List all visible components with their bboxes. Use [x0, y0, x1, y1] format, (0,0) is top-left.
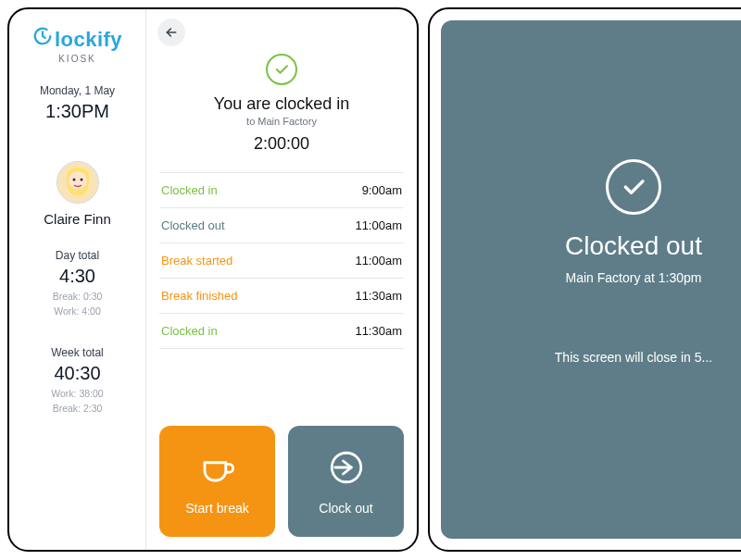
log-row: Clocked in9:00am [159, 173, 404, 208]
start-break-label: Start break [185, 501, 248, 516]
log-row-time: 11:00am [355, 254, 402, 268]
app-logo: lockify [32, 26, 122, 52]
clock-out-button[interactable]: Clock out [288, 426, 404, 537]
clock-icon [32, 26, 53, 46]
main-panel: You are clocked in to Main Factory 2:00:… [146, 9, 417, 550]
confirm-overlay: Clocked out Main Factory at 1:30pm This … [441, 20, 741, 539]
cup-icon [198, 448, 237, 490]
confirm-closing: This screen will close in 5... [555, 350, 712, 365]
app-subtitle: KIOSK [58, 54, 96, 64]
check-icon [606, 159, 661, 215]
log-row: Clocked in11:30am [159, 314, 404, 349]
day-total-value: 4:30 [17, 266, 138, 287]
week-total-break: Break: 2:30 [17, 403, 138, 414]
log-row-label: Break started [161, 254, 232, 268]
confirm-title: Clocked out [565, 231, 702, 261]
day-total-work: Work: 4:00 [17, 305, 138, 317]
current-time: 1:30PM [45, 101, 109, 122]
svg-point-3 [80, 179, 82, 181]
action-row: Start break Clock out [159, 426, 404, 537]
log-row-label: Break finished [161, 289, 237, 303]
day-total-break: Break: 0:30 [17, 291, 138, 302]
week-total-work: Work: 38:00 [17, 388, 138, 399]
log-row-time: 11:00am [355, 218, 402, 232]
confirm-sub: Main Factory at 1:30pm [565, 270, 701, 285]
log-row-label: Clocked in [161, 183, 218, 197]
week-total-label: Week total [17, 346, 138, 359]
log-row-time: 11:30am [355, 289, 402, 303]
user-name: Claire Finn [44, 211, 111, 227]
sidebar: lockify KIOSK Monday, 1 May 1:30PM Clair… [9, 9, 146, 550]
kiosk-main-card: lockify KIOSK Monday, 1 May 1:30PM Clair… [7, 7, 419, 552]
log-row-time: 9:00am [362, 183, 402, 197]
exit-icon [327, 448, 366, 490]
check-icon [266, 54, 297, 85]
app-name: lockify [55, 28, 122, 52]
log-row: Break finished11:30am [159, 279, 404, 314]
log-row-label: Clocked out [161, 218, 225, 232]
status-sub: to Main Factory [246, 116, 317, 127]
kiosk-confirm-card: Clocked out Main Factory at 1:30pm This … [428, 7, 741, 552]
status-elapsed: 2:00:00 [254, 134, 309, 154]
svg-point-2 [72, 179, 75, 181]
arrow-left-icon [164, 25, 179, 40]
avatar [57, 161, 99, 204]
day-total-block: Day total 4:30 Break: 0:30 Work: 4:00 [17, 249, 138, 317]
week-total-block: Week total 40:30 Work: 38:00 Break: 2:30 [17, 346, 138, 414]
log-row-time: 11:30am [355, 324, 402, 338]
current-date: Monday, 1 May [40, 84, 115, 97]
clock-out-label: Clock out [319, 501, 372, 516]
log-row: Break started11:00am [159, 243, 404, 279]
log-row-label: Clocked in [161, 324, 218, 338]
day-total-label: Day total [17, 249, 138, 262]
status-head: You are clocked in to Main Factory 2:00:… [159, 54, 404, 154]
start-break-button[interactable]: Start break [159, 426, 275, 537]
status-title: You are clocked in [214, 94, 349, 114]
back-button[interactable] [157, 19, 185, 46]
log-row: Clocked out11:00am [159, 208, 404, 243]
week-total-value: 40:30 [17, 363, 138, 384]
activity-log: Clocked in9:00amClocked out11:00amBreak … [159, 172, 404, 349]
